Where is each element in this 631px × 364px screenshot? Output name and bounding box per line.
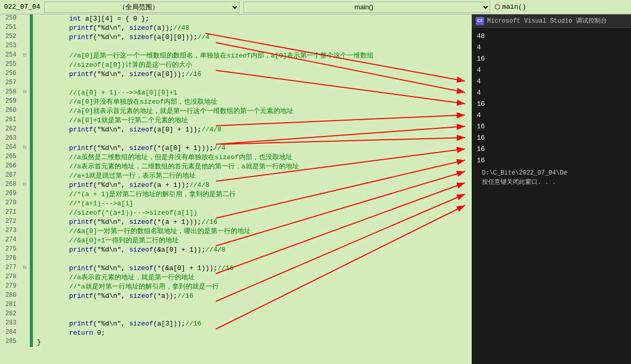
- code-row: 261 //a[0]+1就是第一行第二个元素的地址: [0, 116, 472, 125]
- line-number: 266: [0, 162, 20, 171]
- scope-dropdown[interactable]: （全局范围）: [44, 2, 239, 13]
- line-marker[interactable]: ⊟: [20, 144, 30, 153]
- code-cell[interactable]: //&a[0]+1一得到的是第二行的地址: [33, 236, 472, 245]
- line-marker[interactable]: ⊟: [20, 88, 30, 98]
- output-line: 48: [477, 31, 626, 42]
- output-line: 4: [477, 65, 626, 76]
- code-cell[interactable]: //*a就是对第一行地址的解引用，拿到的就是一行: [33, 282, 472, 292]
- line-marker[interactable]: ⊟: [20, 181, 30, 190]
- code-row: 268 ⊟ printf("%d\n", sizeof(a + 1));//4/…: [0, 181, 472, 190]
- file-name: 022_07_04: [4, 3, 40, 11]
- line-marker: [20, 292, 30, 301]
- code-row: 274 //&a[0]+1一得到的是第二行的地址: [0, 236, 472, 245]
- code-cell[interactable]: printf("%d\n", sizeof(*(a + 1)));//16: [33, 218, 472, 227]
- line-number: 265: [0, 153, 20, 162]
- line-marker: [20, 190, 30, 199]
- line-marker: [20, 255, 30, 264]
- code-cell[interactable]: printf("%d\n", sizeof(a[0] + 1));//4/8: [33, 125, 472, 135]
- output-line: 16: [477, 155, 626, 166]
- line-number: 282: [0, 310, 20, 319]
- code-table: 250 int a[3][4] = { 0 }; 251 printf("%d\…: [0, 14, 472, 347]
- code-cell[interactable]: int a[3][4] = { 0 };: [33, 14, 472, 24]
- line-marker[interactable]: ⊟: [20, 264, 30, 273]
- console-header: C# Microsoft Visual Studio 调试控制台: [472, 14, 631, 28]
- code-cell[interactable]: printf("%d\n", sizeof(*(a[0] + 1)));//4: [33, 144, 472, 153]
- code-cell[interactable]: //(a[0] + 1)--->>&a[0][0]+1: [33, 88, 472, 98]
- code-row: 250 int a[3][4] = { 0 };: [0, 14, 472, 24]
- code-cell[interactable]: //a表示首元素的地址，就是第一行的地址: [33, 273, 472, 282]
- code-row: 278 //a表示首元素的地址，就是第一行的地址: [0, 273, 472, 282]
- line-marker: [20, 329, 30, 338]
- line-marker: [20, 218, 30, 227]
- output-line: 16: [477, 132, 626, 144]
- line-number: 283: [0, 319, 20, 329]
- line-number: 267: [0, 171, 20, 181]
- code-cell[interactable]: //a虽然是二维数组的地址，但是并没有单独放在sizeof内部，也没取地址: [33, 153, 472, 162]
- code-row: 276: [0, 255, 472, 264]
- code-cell[interactable]: [33, 42, 472, 51]
- code-cell[interactable]: //a[0]就表示首元素的地址，就是第一行这个一维数组的第一个元素的地址: [33, 107, 472, 116]
- func-dropdown[interactable]: main(): [244, 2, 490, 13]
- code-cell[interactable]: printf("%d\n", sizeof(a[3]));//16: [33, 319, 472, 329]
- code-row: 251 printf("%d\n", sizeof(a));//48: [0, 24, 472, 33]
- code-cell[interactable]: [33, 310, 472, 319]
- line-marker: [20, 227, 30, 236]
- line-marker: [20, 282, 30, 292]
- code-cell[interactable]: [33, 135, 472, 144]
- code-row: 281: [0, 301, 472, 310]
- func-indicator: ⬡ main(): [494, 3, 526, 11]
- code-cell[interactable]: printf("%d\n", sizeof(a));//48: [33, 24, 472, 33]
- code-row: 253: [0, 42, 472, 51]
- output-line: 16: [477, 99, 626, 110]
- code-cell[interactable]: //*(a+1)--->a[1]: [33, 199, 472, 208]
- output-line: 4: [477, 110, 626, 121]
- code-cell[interactable]: [33, 255, 472, 264]
- line-marker: [20, 61, 30, 70]
- code-cell[interactable]: //a+1就是跳过第一行，表示第二行的地址: [33, 171, 472, 181]
- code-cell[interactable]: }: [33, 338, 472, 347]
- line-marker[interactable]: ⊟: [20, 51, 30, 61]
- line-number: 263: [0, 135, 20, 144]
- line-marker: [20, 319, 30, 329]
- code-cell[interactable]: printf("%d\n", sizeof(*a));//16: [33, 292, 472, 301]
- line-number: 256: [0, 70, 20, 79]
- code-cell[interactable]: //a[0]是第一行这一个一维数组的数组名，单独放在sizeof内部，a[0]表…: [33, 51, 472, 61]
- code-cell[interactable]: printf("%d\n", sizeof(*(&a[0] + 1)));//1…: [33, 264, 472, 273]
- code-cell[interactable]: //sizeof(a[0])计算的是这一行的大小: [33, 61, 472, 70]
- code-row: 271 //sizeof(*(a+1))--->sizeof(a[1]): [0, 208, 472, 218]
- line-number: 281: [0, 301, 20, 310]
- code-cell[interactable]: return 0;: [33, 329, 472, 338]
- code-cell[interactable]: [33, 301, 472, 310]
- main-area: 250 int a[3][4] = { 0 }; 251 printf("%d\…: [0, 14, 631, 364]
- code-row: 273 //&a[0]一对第一行的数组名取地址，哪出的是第一行的地址: [0, 227, 472, 236]
- line-number: 276: [0, 255, 20, 264]
- console-output: 4841644416416161616: [477, 31, 626, 166]
- code-cell[interactable]: printf("%d\n", sizeof(a[0]));//16: [33, 70, 472, 79]
- line-marker: [20, 338, 30, 347]
- line-marker: [20, 42, 30, 51]
- line-number: 278: [0, 273, 20, 282]
- code-cell[interactable]: //a[0]并没有单独放在sizeof内部，也没取地址: [33, 98, 472, 107]
- code-row: 264 ⊟ printf("%d\n", sizeof(*(a[0] + 1))…: [0, 144, 472, 153]
- code-row: 279 //*a就是对第一行地址的解引用，拿到的就是一行: [0, 282, 472, 292]
- line-number: 261: [0, 116, 20, 125]
- code-cell[interactable]: printf("%d\n", sizeof(&a[0] + 1));//4/8: [33, 245, 472, 255]
- code-row: 275 printf("%d\n", sizeof(&a[0] + 1));//…: [0, 245, 472, 255]
- output-line: 4: [477, 76, 626, 87]
- code-cell[interactable]: printf("%d\n", sizeof(a[0][0]));//4: [33, 33, 472, 42]
- code-cell[interactable]: //a[0]+1就是第一行第二个元素的地址: [33, 116, 472, 125]
- line-marker: [20, 171, 30, 181]
- code-row: 270 //*(a+1)--->a[1]: [0, 199, 472, 208]
- code-cell[interactable]: //*(a + 1)是对第二行地址的解引用，拿到的是第二行: [33, 190, 472, 199]
- code-cell[interactable]: [33, 79, 472, 88]
- line-number: 259: [0, 98, 20, 107]
- top-bar: 022_07_04 （全局范围） main() ⬡ main(): [0, 0, 631, 14]
- code-cell[interactable]: printf("%d\n", sizeof(a + 1));//4/8: [33, 181, 472, 190]
- code-cell[interactable]: //&a[0]一对第一行的数组名取地址，哪出的是第一行的地址: [33, 227, 472, 236]
- line-number: 285: [0, 338, 20, 347]
- line-marker: [20, 135, 30, 144]
- line-number: 269: [0, 190, 20, 199]
- code-cell[interactable]: //sizeof(*(a+1))--->sizeof(a[1]): [33, 208, 472, 218]
- line-marker: [20, 125, 30, 135]
- code-cell[interactable]: //a表示首元素的地址，二维数组的首元素是他的第一行，a就是第一行的地址: [33, 162, 472, 171]
